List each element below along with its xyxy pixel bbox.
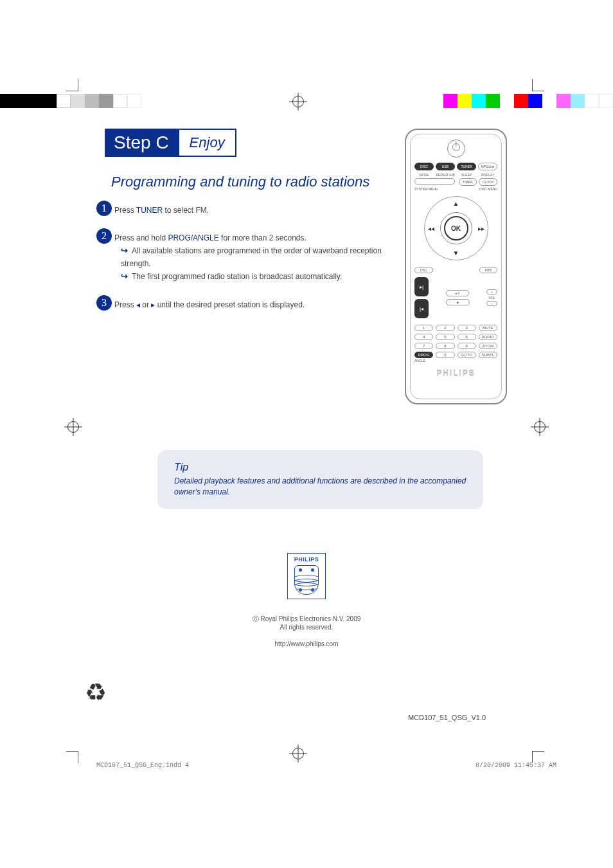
- registration-mark-icon: [64, 418, 82, 436]
- angle-label: ANGLE: [414, 359, 497, 363]
- num-4: 4: [414, 334, 433, 340]
- disc-menu-label: DISC MENU: [479, 187, 497, 191]
- prog-button: PROG: [414, 352, 433, 358]
- step-number-2: 2: [96, 228, 112, 244]
- step-3: 3 Press ◂ or ▸ until the desired preset …: [98, 299, 393, 311]
- step2-bullet2: The first programmed radio station is br…: [132, 272, 342, 281]
- tip-body: Detailed playback features and additiona…: [174, 476, 466, 498]
- dpad: OK ▲ ▼ ◂◂ ▸▸: [424, 196, 488, 260]
- sleep-label: SLEEP: [457, 173, 476, 177]
- remote-control-diagram: DISC USB TUNER MP3 Link MODE REPEAT A-B …: [405, 129, 507, 404]
- arrow-right-icon: ▸▸: [478, 225, 484, 232]
- repeat-label: REPEAT A-B: [436, 173, 455, 177]
- clock-button: CLOCK: [479, 178, 497, 186]
- document-id: MCD107_51_QSG_V1.0: [408, 714, 486, 721]
- num-0: 0: [436, 352, 454, 358]
- copyright-line1: Royal Philips Electronics N.V. 2009: [260, 615, 360, 622]
- philips-url: http://www.philips.com: [0, 640, 613, 647]
- tuner-button: TUNER: [457, 163, 476, 170]
- step-label: Step C: [105, 129, 178, 157]
- step3-text-pre: Press: [114, 300, 136, 309]
- ok-button: OK: [444, 216, 468, 240]
- vol-label: VOL: [489, 296, 495, 300]
- num-3: 3: [458, 325, 476, 331]
- num-6: 6: [458, 334, 476, 340]
- mode-label: MODE: [414, 173, 434, 177]
- arrow-left-icon: ◂◂: [428, 225, 434, 232]
- step1-text-pre: Press: [114, 206, 136, 215]
- stop-icon: ■: [446, 299, 470, 305]
- step2-key: PROG/ANGLE: [168, 233, 218, 242]
- remote-brand: PHILIPS: [414, 369, 497, 378]
- arrow-up-icon: ▲: [453, 200, 459, 207]
- result-arrow-icon: ↪: [121, 271, 128, 281]
- system-menu-label: SYSTEM MENU: [414, 187, 438, 191]
- arrow-down-icon: ▼: [453, 249, 459, 257]
- instruction-steps: 1 Press TUNER to select FM. 2 Press and …: [98, 204, 393, 327]
- copyright-line2: All rights reserved.: [280, 624, 333, 631]
- result-arrow-icon: ↪: [121, 246, 128, 255]
- power-icon: [447, 140, 465, 158]
- logo-word: PHILIPS: [288, 554, 325, 563]
- tip-box: Tip Detailed playback features and addit…: [157, 450, 483, 509]
- tip-title: Tip: [174, 462, 466, 473]
- philips-logo: PHILIPS: [287, 553, 326, 599]
- disc-button: DISC: [414, 163, 434, 170]
- registration-mark-icon: [531, 418, 549, 436]
- step2-text-pre: Press and hold: [114, 233, 168, 242]
- enjoy-label: Enjoy: [178, 129, 236, 157]
- play-pause-icon: ▸II: [446, 290, 469, 296]
- shield-icon: [294, 565, 319, 595]
- audio-button: AUDIO: [479, 334, 497, 340]
- step3-text-post: until the desired preset station is disp…: [155, 300, 305, 309]
- usb-button: USB: [436, 163, 455, 170]
- vol-up-icon: +: [486, 289, 497, 294]
- step-number-1: 1: [96, 201, 112, 216]
- skip-next-icon: ▸|: [414, 277, 429, 296]
- step1-key: TUNER: [136, 206, 163, 215]
- goto-button: GOTO: [458, 352, 476, 358]
- vol-down-icon: −: [486, 301, 497, 306]
- num-9: 9: [458, 343, 476, 349]
- copyright-symbol: ⓒ: [253, 615, 259, 622]
- left-wide-button: [414, 178, 455, 185]
- recycle-icon: ♻: [85, 678, 114, 708]
- num-7: 7: [414, 343, 433, 349]
- display-label: DISPLAY: [478, 173, 497, 177]
- num-2: 2: [436, 325, 454, 331]
- num-8: 8: [436, 343, 454, 349]
- mute-button: MUTE: [479, 325, 497, 331]
- num-1: 1: [414, 325, 433, 331]
- step2-bullet1: All available stations are programmed in…: [121, 246, 382, 268]
- step1-text-post: to select FM.: [163, 206, 209, 215]
- step-2: 2 Press and hold PROG/ANGLE for more tha…: [98, 232, 393, 284]
- skip-prev-icon: |◂: [414, 299, 429, 318]
- num-5: 5: [436, 334, 454, 340]
- dbb-button: DBB: [479, 267, 497, 273]
- step-number-3: 3: [96, 295, 112, 311]
- step3-mid: or: [140, 300, 151, 309]
- timer-button: TIMER: [459, 178, 477, 186]
- zoom-button: ZOOM: [479, 343, 497, 349]
- copyright: ⓒ Royal Philips Electronics N.V. 2009 Al…: [0, 615, 613, 631]
- subtl-button: SUBTL: [479, 352, 497, 358]
- mp3link-button: MP3 Link: [478, 163, 497, 170]
- step-1: 1 Press TUNER to select FM.: [98, 204, 393, 217]
- footer-filename: MCD107_51_QSG_Eng.indd 4: [96, 762, 189, 769]
- step2-text-post: for more than 2 seconds.: [219, 233, 306, 242]
- step-header: Step C Enjoy: [105, 129, 236, 157]
- section-title: Programming and tuning to radio stations: [111, 174, 369, 190]
- footer-timestamp: 8/20/2009 11:45:37 AM: [475, 762, 556, 769]
- dsc-button: DSC: [414, 267, 433, 273]
